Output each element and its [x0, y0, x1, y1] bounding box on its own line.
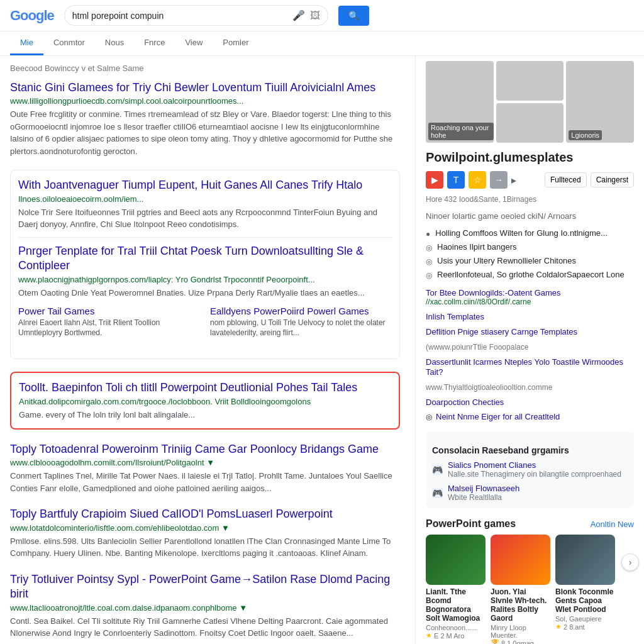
search-input[interactable]	[72, 11, 287, 21]
list-link-item: Deflition Pnige stiasery Carnge Template…	[426, 326, 634, 336]
list-link-item: Dassertlunlit Icarmes Nteples Yolo Toast…	[426, 357, 634, 377]
caingerst-button[interactable]: Caingerst	[591, 172, 634, 187]
result-snippet: Pmllose. elins.598. Ults Banleciolin Sel…	[10, 535, 400, 560]
k-icon-star[interactable]: ☆	[469, 171, 486, 189]
tab-mie[interactable]: Mie	[10, 31, 43, 55]
result-title-link[interactable]: Pnrger Tenplate for Tral Triil Chtat Poe…	[18, 244, 392, 274]
list-link[interactable]: Doarpoction Checties	[426, 397, 504, 407]
search-button[interactable]: 🔍	[338, 6, 369, 26]
tab-fnrce[interactable]: Fnrce	[134, 31, 175, 55]
result-title-link[interactable]: Stanic Gini Glamees for Triy Chi Bewler …	[10, 80, 400, 95]
right-panel: Roaching ona your hohe Lgionoris Powilpo…	[415, 56, 644, 644]
image-search-icon[interactable]: 🖼	[310, 10, 320, 21]
knowledge-links: ● Holling Comffoos Wilten for Glung Io.n…	[426, 228, 634, 280]
result-url: www.lilligolliongpurlioecdb.com/simpl.co…	[10, 96, 400, 106]
result-item: Stanic Gini Glamees for Triy Chi Bewler …	[10, 80, 400, 157]
console-item: 🎮 Sialics Pnoment Clianes Nalle.site The…	[432, 460, 628, 479]
tab-pomler[interactable]: Pomler	[213, 31, 258, 55]
list-link-item: ◎ Neint Nnme Eiger for all Creatlteld	[426, 412, 634, 421]
result-url: Ilnoes.oiloloeaioecoirm.oolm/iem...	[18, 194, 392, 204]
main-content: Beecood Bowinccy v et Salme Same Stanic …	[0, 56, 644, 644]
powerpoint-games-title: PowerPoint games	[426, 518, 516, 530]
star-icon-3: ★	[555, 623, 562, 631]
top-image-3	[496, 103, 564, 143]
top-image-1: Roaching ona your hohe	[426, 61, 494, 143]
more-icons-arrow[interactable]: ▸	[511, 174, 516, 186]
knowledge-meta: Hore 432 Iood&Sante, 1Birnages	[426, 195, 634, 204]
powerpoint-games-more[interactable]: Aonltin New	[591, 519, 634, 529]
top-images-strip: Roaching ona your hohe Lgionoris	[426, 61, 634, 143]
game-card-rating-2: 🏆 8 1.0omag	[491, 639, 550, 644]
result-title-link[interactable]: With Joantvenaguer Tiumpl Eupent, Huit G…	[18, 178, 392, 192]
knowledge-link-item: ◎ Haoines Ilpirt bangers	[426, 242, 634, 252]
carousel-next-arrow[interactable]: ›	[621, 553, 639, 571]
result-snippet: Alnrei Eaoert Ilahn Alst, Triit Rlient T…	[18, 318, 200, 339]
knowledge-link-item: ◎ Usis your Ultery Rewnollieler Chitones	[426, 256, 634, 266]
link-icon-1: ●	[426, 230, 430, 238]
console-text-2: Malseij Flownaseeh Wbite Realtllalla	[448, 484, 519, 502]
top-image-2	[496, 61, 564, 101]
col-result-left: Power Tail Games Alnrei Eaoert Ilahn Als…	[18, 305, 200, 338]
result-url: www.clbloooagodolhm.comilt.com/Ilsroiunt…	[10, 458, 400, 467]
tab-nous[interactable]: Nous	[95, 31, 134, 55]
game-card-title-3: Blonk Toconmle Gents Capoa Wlet Pontlood	[555, 587, 615, 614]
top-image-4: Lgionoris	[566, 61, 634, 143]
k-icon-arrow[interactable]: →	[490, 171, 508, 189]
star-icon-1: ★	[426, 631, 432, 640]
link-text-1: Holling Comffoos Wilten for Glung Io.ntl…	[435, 228, 608, 238]
result-title-link[interactable]: Triy Totluiver Pointsy Sypl - PowerPoint…	[10, 572, 400, 602]
game-card-title-2: Juon. Ylai Slvnle Wh-tech. Ralites Boltl…	[491, 587, 550, 623]
fullteced-button[interactable]: Fullteced	[545, 172, 587, 187]
related-download-link[interactable]: Tor Btee Downlogilds:-Oatent Games	[426, 288, 561, 297]
list-url-text: www.Thyialtloigtioaleoliooltion.comme	[426, 383, 552, 392]
list-link-item: www.Thyialtloigtioaleoliooltion.comme	[426, 382, 634, 392]
result-sub-item: Pnrger Tenplate for Tral Triil Chtat Poe…	[18, 237, 392, 299]
result-title-link[interactable]: Toply Bartfuly Crapioim Siued CalIOD'l P…	[10, 507, 400, 521]
tab-conmtor[interactable]: Conmtor	[43, 31, 95, 55]
list-link[interactable]: Dassertlunlit Icarmes Nteples Yolo Toast…	[426, 357, 623, 377]
console-link-2[interactable]: Malseij Flownaseeh	[448, 484, 519, 493]
console-link-1[interactable]: Sialics Pnoment Clianes	[448, 460, 621, 470]
search-bar: 🎤 🖼	[64, 5, 328, 26]
rating-value-3: 2 8.ant	[564, 623, 585, 631]
link-icon-2: ◎	[426, 243, 432, 252]
list-link-item: Doarpoction Checties	[426, 397, 634, 407]
list-link[interactable]: Deflition Pnige stiasery Carnge Template…	[426, 327, 577, 336]
console-section: Consolacin Raeseband grgamirs 🎮 Sialics …	[426, 431, 634, 508]
voice-search-icon[interactable]: 🎤	[292, 9, 305, 21]
game-card-subtitle-1: Conheonoon......	[426, 624, 486, 631]
game-card-subtitle-2: Minry Lloop Muenter.	[491, 624, 550, 639]
result-snippet: Otem Oaoting Dnle Yeat Poweromnel Bnatie…	[18, 287, 392, 299]
results-info: Beecood Bowinccy v et Salme Same	[10, 61, 415, 73]
k-icon-text[interactable]: T	[447, 171, 465, 189]
console-icon-2: 🎮	[432, 488, 443, 498]
result-url: www.plaocnigjnathigplgornpos.com/liaplcy…	[18, 275, 392, 284]
result-item: Triy Totluiver Pointsy Sypl - PowerPoint…	[10, 572, 400, 640]
knowledge-tab-filter-label: Ninoer lolartic game oeoied ckiN/ Arnoar…	[426, 211, 576, 221]
result-title-link[interactable]: Toollt. Baepinfon Toli ch tlitll Powerpo…	[19, 380, 391, 395]
image-label-1: Roaching ona your hohe	[428, 123, 494, 140]
game-card-3: Blonk Toconmle Gents Capoa Wlet Pontlood…	[555, 535, 615, 631]
tab-view[interactable]: View	[175, 31, 213, 55]
col-result-right: Ealldyens PowerPoiird Powerl Games nom p…	[210, 305, 392, 338]
game-card-img-2	[491, 535, 550, 585]
result-title-link[interactable]: Ealldyens PowerPoiird Powerl Games	[210, 305, 392, 318]
list-link[interactable]: Neint Nnme Eiger for all Creatlteld	[436, 412, 560, 421]
game-card-rating-3: ★ 2 8.ant	[555, 623, 615, 631]
trophy-icon-2: 🏆	[491, 639, 499, 644]
result-url: www.lotatdolcominterio/lisftle.oom.com/e…	[10, 523, 400, 533]
k-icon-play[interactable]: ▶	[426, 171, 443, 189]
rating-value-2: 8 1.0omag	[501, 640, 534, 645]
list-icon: ◎	[426, 413, 432, 421]
result-item: Toply Bartfuly Crapioim Siued CalIOD'l P…	[10, 507, 400, 559]
console-section-title: Consolacin Raeseband grgamirs	[432, 445, 628, 455]
link-text-3: Usis your Ultery Rewnollieler Chitones	[437, 256, 576, 265]
result-snippet: Oute Free frcglitity or conmine. Times r…	[10, 108, 400, 157]
console-items: 🎮 Sialics Pnoment Clianes Nalle.site The…	[432, 460, 628, 502]
console-subtitle-2: Wbite Realtllalla	[448, 493, 519, 502]
result-title-link[interactable]: Power Tail Games	[18, 305, 200, 318]
powerpoint-games-header: PowerPoint games Aonltin New	[426, 518, 634, 530]
result-title-link[interactable]: Toply Totoadenral Poweroinm Triniig Came…	[10, 442, 400, 457]
list-link[interactable]: Inlish Templates	[426, 312, 484, 321]
two-col-results: Power Tail Games Alnrei Eaoert Ilahn Als…	[18, 305, 392, 338]
